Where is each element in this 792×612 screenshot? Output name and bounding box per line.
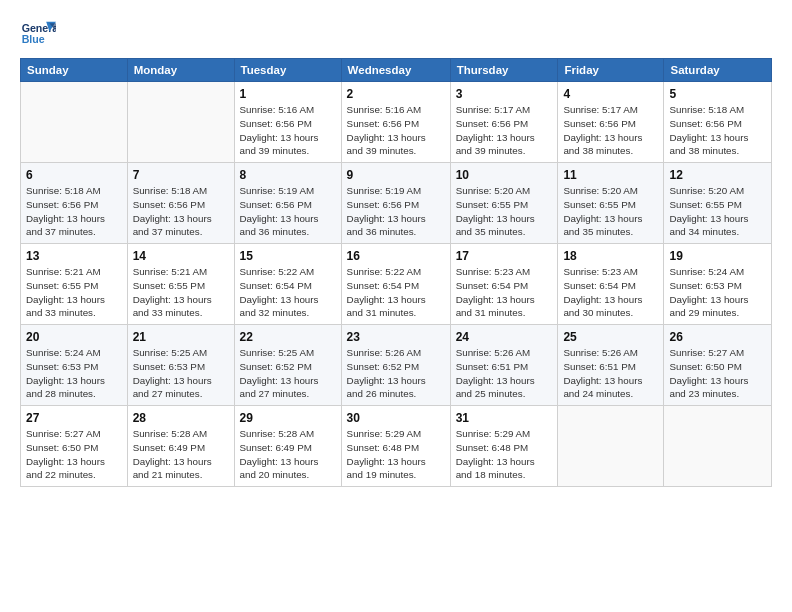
day-number: 12 xyxy=(669,167,766,183)
calendar-cell: 23Sunrise: 5:26 AM Sunset: 6:52 PM Dayli… xyxy=(341,325,450,406)
calendar-cell: 30Sunrise: 5:29 AM Sunset: 6:48 PM Dayli… xyxy=(341,406,450,487)
day-info: Sunrise: 5:20 AM Sunset: 6:55 PM Dayligh… xyxy=(563,184,658,239)
page: General Blue SundayMondayTuesdayWednesda… xyxy=(0,0,792,612)
calendar-week-4: 27Sunrise: 5:27 AM Sunset: 6:50 PM Dayli… xyxy=(21,406,772,487)
day-info: Sunrise: 5:26 AM Sunset: 6:52 PM Dayligh… xyxy=(347,346,445,401)
weekday-header-wednesday: Wednesday xyxy=(341,59,450,82)
calendar-cell: 25Sunrise: 5:26 AM Sunset: 6:51 PM Dayli… xyxy=(558,325,664,406)
calendar-cell: 3Sunrise: 5:17 AM Sunset: 6:56 PM Daylig… xyxy=(450,82,558,163)
day-info: Sunrise: 5:21 AM Sunset: 6:55 PM Dayligh… xyxy=(26,265,122,320)
weekday-header-thursday: Thursday xyxy=(450,59,558,82)
header: General Blue xyxy=(20,18,772,50)
svg-text:Blue: Blue xyxy=(22,33,45,45)
day-info: Sunrise: 5:29 AM Sunset: 6:48 PM Dayligh… xyxy=(456,427,553,482)
calendar-week-0: 1Sunrise: 5:16 AM Sunset: 6:56 PM Daylig… xyxy=(21,82,772,163)
day-number: 6 xyxy=(26,167,122,183)
calendar-cell: 4Sunrise: 5:17 AM Sunset: 6:56 PM Daylig… xyxy=(558,82,664,163)
calendar-cell xyxy=(127,82,234,163)
day-info: Sunrise: 5:18 AM Sunset: 6:56 PM Dayligh… xyxy=(26,184,122,239)
calendar-week-1: 6Sunrise: 5:18 AM Sunset: 6:56 PM Daylig… xyxy=(21,163,772,244)
day-number: 10 xyxy=(456,167,553,183)
day-info: Sunrise: 5:28 AM Sunset: 6:49 PM Dayligh… xyxy=(133,427,229,482)
day-info: Sunrise: 5:17 AM Sunset: 6:56 PM Dayligh… xyxy=(456,103,553,158)
calendar-cell: 5Sunrise: 5:18 AM Sunset: 6:56 PM Daylig… xyxy=(664,82,772,163)
calendar-cell: 22Sunrise: 5:25 AM Sunset: 6:52 PM Dayli… xyxy=(234,325,341,406)
day-number: 24 xyxy=(456,329,553,345)
day-number: 18 xyxy=(563,248,658,264)
day-number: 13 xyxy=(26,248,122,264)
day-number: 19 xyxy=(669,248,766,264)
calendar-cell: 10Sunrise: 5:20 AM Sunset: 6:55 PM Dayli… xyxy=(450,163,558,244)
day-info: Sunrise: 5:26 AM Sunset: 6:51 PM Dayligh… xyxy=(456,346,553,401)
calendar-cell xyxy=(21,82,128,163)
day-info: Sunrise: 5:22 AM Sunset: 6:54 PM Dayligh… xyxy=(240,265,336,320)
day-info: Sunrise: 5:24 AM Sunset: 6:53 PM Dayligh… xyxy=(669,265,766,320)
day-number: 20 xyxy=(26,329,122,345)
calendar-cell: 18Sunrise: 5:23 AM Sunset: 6:54 PM Dayli… xyxy=(558,244,664,325)
day-info: Sunrise: 5:23 AM Sunset: 6:54 PM Dayligh… xyxy=(456,265,553,320)
day-info: Sunrise: 5:27 AM Sunset: 6:50 PM Dayligh… xyxy=(26,427,122,482)
calendar-header: SundayMondayTuesdayWednesdayThursdayFrid… xyxy=(21,59,772,82)
calendar-cell: 19Sunrise: 5:24 AM Sunset: 6:53 PM Dayli… xyxy=(664,244,772,325)
day-info: Sunrise: 5:25 AM Sunset: 6:53 PM Dayligh… xyxy=(133,346,229,401)
day-number: 2 xyxy=(347,86,445,102)
calendar-cell: 20Sunrise: 5:24 AM Sunset: 6:53 PM Dayli… xyxy=(21,325,128,406)
calendar-cell: 7Sunrise: 5:18 AM Sunset: 6:56 PM Daylig… xyxy=(127,163,234,244)
day-number: 15 xyxy=(240,248,336,264)
logo: General Blue xyxy=(20,18,56,50)
calendar-cell: 1Sunrise: 5:16 AM Sunset: 6:56 PM Daylig… xyxy=(234,82,341,163)
day-info: Sunrise: 5:20 AM Sunset: 6:55 PM Dayligh… xyxy=(456,184,553,239)
day-number: 28 xyxy=(133,410,229,426)
calendar-cell: 13Sunrise: 5:21 AM Sunset: 6:55 PM Dayli… xyxy=(21,244,128,325)
day-number: 14 xyxy=(133,248,229,264)
day-info: Sunrise: 5:17 AM Sunset: 6:56 PM Dayligh… xyxy=(563,103,658,158)
day-number: 23 xyxy=(347,329,445,345)
day-info: Sunrise: 5:19 AM Sunset: 6:56 PM Dayligh… xyxy=(347,184,445,239)
day-info: Sunrise: 5:18 AM Sunset: 6:56 PM Dayligh… xyxy=(669,103,766,158)
day-number: 27 xyxy=(26,410,122,426)
calendar-cell: 24Sunrise: 5:26 AM Sunset: 6:51 PM Dayli… xyxy=(450,325,558,406)
weekday-header-tuesday: Tuesday xyxy=(234,59,341,82)
calendar-cell: 9Sunrise: 5:19 AM Sunset: 6:56 PM Daylig… xyxy=(341,163,450,244)
weekday-header-sunday: Sunday xyxy=(21,59,128,82)
calendar-week-2: 13Sunrise: 5:21 AM Sunset: 6:55 PM Dayli… xyxy=(21,244,772,325)
calendar-cell: 17Sunrise: 5:23 AM Sunset: 6:54 PM Dayli… xyxy=(450,244,558,325)
day-info: Sunrise: 5:21 AM Sunset: 6:55 PM Dayligh… xyxy=(133,265,229,320)
calendar-cell: 11Sunrise: 5:20 AM Sunset: 6:55 PM Dayli… xyxy=(558,163,664,244)
day-info: Sunrise: 5:23 AM Sunset: 6:54 PM Dayligh… xyxy=(563,265,658,320)
day-info: Sunrise: 5:16 AM Sunset: 6:56 PM Dayligh… xyxy=(240,103,336,158)
day-number: 8 xyxy=(240,167,336,183)
calendar-cell xyxy=(664,406,772,487)
day-info: Sunrise: 5:25 AM Sunset: 6:52 PM Dayligh… xyxy=(240,346,336,401)
day-number: 3 xyxy=(456,86,553,102)
calendar-cell: 8Sunrise: 5:19 AM Sunset: 6:56 PM Daylig… xyxy=(234,163,341,244)
day-number: 11 xyxy=(563,167,658,183)
day-info: Sunrise: 5:16 AM Sunset: 6:56 PM Dayligh… xyxy=(347,103,445,158)
calendar-cell xyxy=(558,406,664,487)
calendar-body: 1Sunrise: 5:16 AM Sunset: 6:56 PM Daylig… xyxy=(21,82,772,487)
day-number: 9 xyxy=(347,167,445,183)
day-number: 22 xyxy=(240,329,336,345)
day-number: 1 xyxy=(240,86,336,102)
day-number: 17 xyxy=(456,248,553,264)
day-info: Sunrise: 5:27 AM Sunset: 6:50 PM Dayligh… xyxy=(669,346,766,401)
weekday-header-monday: Monday xyxy=(127,59,234,82)
day-info: Sunrise: 5:18 AM Sunset: 6:56 PM Dayligh… xyxy=(133,184,229,239)
day-number: 30 xyxy=(347,410,445,426)
day-number: 25 xyxy=(563,329,658,345)
calendar-cell: 28Sunrise: 5:28 AM Sunset: 6:49 PM Dayli… xyxy=(127,406,234,487)
day-number: 16 xyxy=(347,248,445,264)
weekday-row: SundayMondayTuesdayWednesdayThursdayFrid… xyxy=(21,59,772,82)
calendar-cell: 2Sunrise: 5:16 AM Sunset: 6:56 PM Daylig… xyxy=(341,82,450,163)
calendar-cell: 6Sunrise: 5:18 AM Sunset: 6:56 PM Daylig… xyxy=(21,163,128,244)
day-number: 7 xyxy=(133,167,229,183)
day-info: Sunrise: 5:24 AM Sunset: 6:53 PM Dayligh… xyxy=(26,346,122,401)
calendar-cell: 16Sunrise: 5:22 AM Sunset: 6:54 PM Dayli… xyxy=(341,244,450,325)
calendar-week-3: 20Sunrise: 5:24 AM Sunset: 6:53 PM Dayli… xyxy=(21,325,772,406)
weekday-header-saturday: Saturday xyxy=(664,59,772,82)
day-info: Sunrise: 5:19 AM Sunset: 6:56 PM Dayligh… xyxy=(240,184,336,239)
calendar-cell: 12Sunrise: 5:20 AM Sunset: 6:55 PM Dayli… xyxy=(664,163,772,244)
calendar-cell: 21Sunrise: 5:25 AM Sunset: 6:53 PM Dayli… xyxy=(127,325,234,406)
calendar-cell: 29Sunrise: 5:28 AM Sunset: 6:49 PM Dayli… xyxy=(234,406,341,487)
day-info: Sunrise: 5:20 AM Sunset: 6:55 PM Dayligh… xyxy=(669,184,766,239)
